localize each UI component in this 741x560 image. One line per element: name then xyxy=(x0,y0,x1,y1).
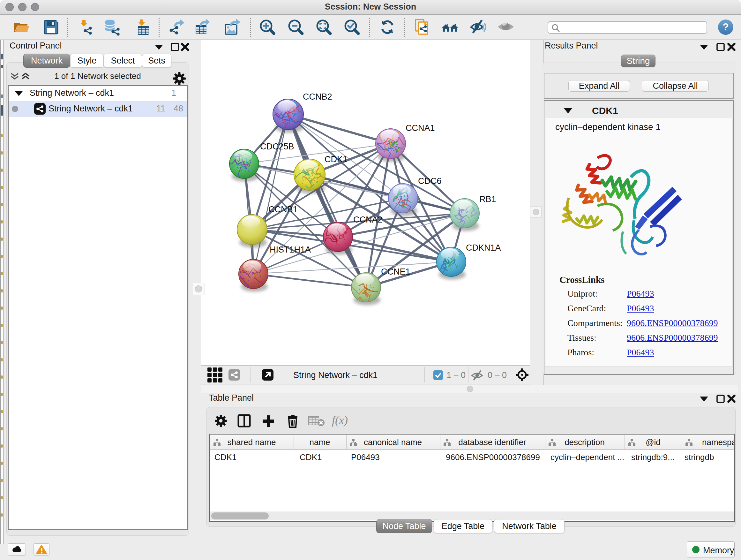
svg-text:CDKN1A: CDKN1A xyxy=(466,243,501,253)
svg-text:CCNB1: CCNB1 xyxy=(268,205,298,214)
svg-text:CCNA1: CCNA1 xyxy=(406,123,435,133)
svg-text:RB1: RB1 xyxy=(479,194,496,204)
svg-text:CCNA2: CCNA2 xyxy=(353,215,383,225)
svg-text:CCNB2: CCNB2 xyxy=(303,92,332,102)
svg-text:CDC25B: CDC25B xyxy=(260,142,294,151)
svg-text:CCNE1: CCNE1 xyxy=(381,267,410,276)
svg-text:HIST1H1A: HIST1H1A xyxy=(270,245,311,254)
svg-text:CDK1: CDK1 xyxy=(325,154,347,164)
svg-text:CDC6: CDC6 xyxy=(418,176,442,186)
